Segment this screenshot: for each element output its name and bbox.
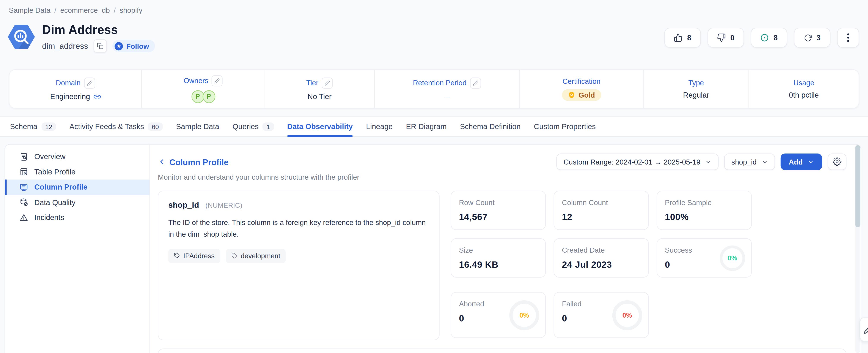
floating-edit-widget[interactable] (860, 318, 868, 341)
stat-success: Success 0 0% (657, 238, 752, 278)
gold-shield-icon (568, 91, 575, 98)
settings-button[interactable] (828, 153, 846, 170)
tag-pill[interactable]: IPAddress (168, 248, 220, 263)
page-title: Dim Address (42, 23, 118, 37)
meta-certification: Certification Gold (520, 70, 644, 108)
sidebar-item-table-profile[interactable]: Table Profile (5, 164, 150, 180)
entity-tabs: Schema12 Activity Feeds & Tasks60 Sample… (0, 116, 868, 137)
pencil-widget-icon (864, 325, 868, 334)
chevron-down-icon (705, 159, 711, 165)
next-section-card (158, 349, 846, 353)
column-profile-icon (20, 183, 28, 192)
column-select-dropdown[interactable]: shop_id (724, 153, 775, 170)
back-to-profile-button[interactable]: Column Profile (158, 157, 228, 167)
scrollbar-thumb[interactable] (855, 145, 860, 227)
edit-pencil-icon[interactable] (84, 77, 95, 88)
screen: Sample Data / ecommerce_db / shopify Dim… (0, 0, 868, 353)
success-percent-ring: 0% (720, 245, 745, 271)
domain-label: Domain (56, 79, 81, 87)
section-subtitle: Monitor and understand your columns stru… (158, 173, 846, 181)
table-profile-icon (20, 168, 28, 176)
tag-icon (174, 253, 180, 259)
link-icon (93, 93, 100, 100)
type-value: Regular (683, 91, 709, 99)
stat-failed: Failed 0 0% (554, 292, 649, 338)
retention-label: Retention Period (413, 79, 467, 87)
profile-stats-grid: Row Count 14,567 Column Count 12 Profile… (451, 190, 752, 340)
meta-usage: Usage 0th pctile (749, 70, 859, 108)
breadcrumb-separator: / (114, 6, 116, 14)
tab-schema[interactable]: Schema12 (10, 117, 56, 137)
entity-name: dim_address (42, 41, 88, 50)
avatar[interactable]: P (191, 90, 204, 103)
data-quality-icon (20, 198, 28, 207)
observability-sidebar: Overview Table Profile Column Profile Da… (5, 145, 150, 353)
watch-button[interactable]: 8 (751, 28, 787, 48)
breadcrumb-item-service[interactable]: Sample Data (9, 6, 51, 14)
stat-created-date: Created Date 24 Jul 2023 (554, 238, 649, 278)
domain-value[interactable]: Engineering (50, 92, 90, 100)
breadcrumb-item-schema[interactable]: shopify (120, 6, 143, 14)
certification-badge[interactable]: Gold (562, 89, 601, 101)
sidebar-item-data-quality[interactable]: Data Quality (5, 195, 150, 210)
follow-button[interactable]: ★ Follow (113, 40, 155, 52)
failed-percent-ring: 0% (612, 300, 642, 330)
version-history-icon (804, 33, 812, 42)
upvote-button[interactable]: 8 (664, 28, 701, 48)
column-card: shop_id (NUMERIC) The ID of the store. T… (158, 190, 439, 340)
entity-meta-bar: Domain Engineering Owners P P Tier No Ti… (9, 69, 859, 109)
version-history-button[interactable]: 3 (794, 28, 830, 48)
tab-schema-definition[interactable]: Schema Definition (460, 117, 521, 137)
date-range-dropdown[interactable]: Custom Range: 2024-02-01 → 2025-05-19 (556, 153, 718, 170)
meta-owners: Owners P P (142, 70, 265, 108)
type-label: Type (688, 79, 704, 87)
column-description: The ID of the store. This column is a fo… (168, 217, 433, 240)
overview-icon (20, 152, 28, 161)
tab-er-diagram[interactable]: ER Diagram (406, 117, 447, 137)
tab-data-observability[interactable]: Data Observability (287, 117, 353, 137)
breadcrumb-separator: / (54, 6, 56, 14)
meta-retention-period: Retention Period -- (374, 70, 520, 108)
owner-avatars: P P (191, 90, 215, 103)
thumbs-up-icon (674, 33, 683, 42)
column-tags: IPAddress development (168, 248, 429, 263)
bigquery-hex-icon (7, 22, 35, 52)
edit-pencil-icon[interactable] (321, 77, 333, 88)
tag-icon (231, 253, 237, 259)
column-name: shop_id (168, 201, 199, 209)
avatar[interactable]: P (202, 90, 215, 103)
breadcrumb: Sample Data / ecommerce_db / shopify (9, 6, 143, 14)
meta-type: Type Regular (644, 70, 749, 108)
usage-label: Usage (794, 79, 814, 87)
column-datatype: (NUMERIC) (205, 202, 242, 209)
tag-pill[interactable]: development (226, 248, 286, 263)
more-menu-button[interactable] (837, 28, 859, 48)
downvote-button[interactable]: 0 (708, 28, 744, 48)
tab-queries[interactable]: Queries1 (232, 117, 274, 137)
breadcrumb-item-database[interactable]: ecommerce_db (60, 6, 110, 14)
stat-size: Size 16.49 KB (451, 238, 546, 278)
edit-pencil-icon[interactable] (212, 75, 223, 86)
add-button[interactable]: Add (780, 153, 822, 170)
stat-aborted: Aborted 0 0% (451, 292, 546, 338)
tab-activity-feeds[interactable]: Activity Feeds & Tasks60 (69, 117, 163, 137)
meta-tier: Tier No Tier (265, 70, 375, 108)
sidebar-item-overview[interactable]: Overview (5, 149, 150, 164)
certification-label: Certification (563, 77, 600, 85)
tab-sample-data[interactable]: Sample Data (176, 117, 219, 137)
sidebar-item-incidents[interactable]: Incidents (5, 210, 150, 226)
stat-column-count: Column Count 12 (554, 190, 649, 230)
edit-pencil-icon[interactable] (470, 77, 481, 88)
sidebar-item-column-profile[interactable]: Column Profile (5, 180, 150, 195)
meta-domain: Domain Engineering (9, 70, 142, 108)
observability-panel: Overview Table Profile Column Profile Da… (4, 144, 862, 353)
tab-custom-properties[interactable]: Custom Properties (534, 117, 596, 137)
copy-icon[interactable] (94, 39, 107, 53)
entity-actions: 8 0 8 3 (664, 28, 859, 48)
tab-count-badge: 12 (41, 122, 56, 130)
tab-lineage[interactable]: Lineage (366, 117, 393, 137)
stat-profile-sample: Profile Sample 100% (657, 190, 752, 230)
gear-icon (833, 157, 841, 166)
tier-value: No Tier (307, 92, 332, 100)
tier-label: Tier (306, 79, 318, 87)
